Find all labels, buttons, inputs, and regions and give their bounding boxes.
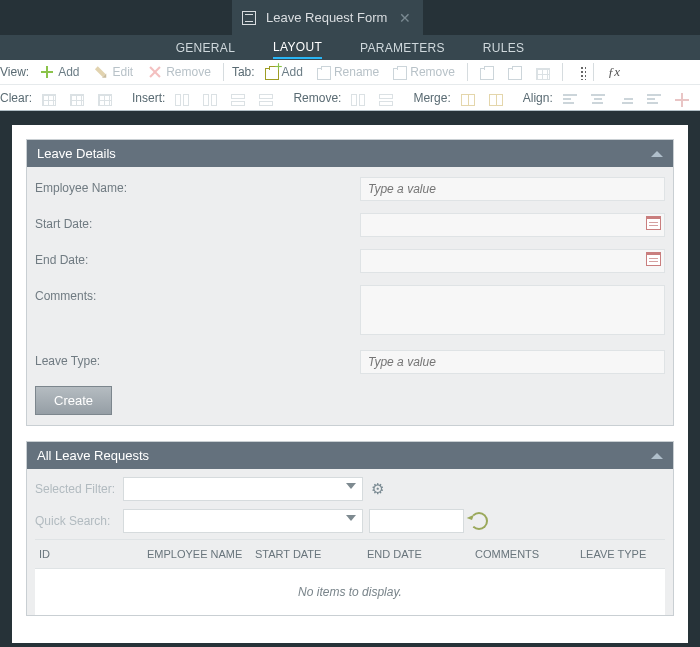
end-date-field[interactable] (360, 249, 665, 273)
chevron-up-icon (651, 453, 663, 459)
tab-icon (393, 68, 407, 80)
distribute-icon (675, 94, 689, 106)
chevron-down-icon (346, 515, 356, 521)
toolbar-row-2: Clear: Insert: Remove: Merge: Align: (0, 85, 700, 110)
align-left (559, 87, 581, 109)
align-justify (643, 87, 665, 109)
tab-general[interactable]: GENERAL (176, 37, 235, 59)
separator (467, 63, 468, 81)
separator (593, 63, 594, 81)
rows-icon (379, 94, 393, 106)
toolbar-row-1: View: Add Edit Remove Tab: Add Rename Re… (0, 60, 700, 85)
columns-icon (175, 94, 189, 106)
box-icon (508, 68, 522, 80)
quick-search-column-dropdown[interactable] (123, 509, 363, 533)
panel-header[interactable]: Leave Details (27, 140, 673, 167)
fx-icon: ƒx (606, 64, 622, 80)
toolbar-label-tab: Tab: (232, 65, 255, 79)
insert-col-right (199, 87, 221, 109)
rows-icon (231, 94, 245, 106)
calendar-icon[interactable] (646, 252, 661, 266)
employee-name-label: Employee Name: (35, 177, 360, 195)
toolbar-label-merge: Merge: (413, 91, 450, 105)
separator (562, 63, 563, 81)
grip-button[interactable] (571, 61, 585, 83)
merge-icon (461, 94, 475, 106)
employee-name-field[interactable] (360, 177, 665, 201)
panel-header[interactable]: All Leave Requests (27, 442, 673, 469)
toolbar-label-clear: Clear: (0, 91, 32, 105)
align-right-icon (619, 94, 633, 106)
rows-icon (259, 94, 273, 106)
end-date-label: End Date: (35, 249, 360, 267)
columns-icon (351, 94, 365, 106)
panel-leave-details: Leave Details Employee Name: Start Date:… (26, 139, 674, 426)
col-start-date[interactable]: START DATE (251, 540, 363, 568)
align-left-icon (563, 94, 577, 106)
layout-tool-1 (476, 61, 498, 83)
remove-row (375, 87, 397, 109)
separator (223, 63, 224, 81)
toolbar-label-insert: Insert: (132, 91, 165, 105)
align-center-icon (591, 94, 605, 106)
start-date-label: Start Date: (35, 213, 360, 231)
form-canvas: Leave Details Employee Name: Start Date:… (12, 125, 688, 643)
unmerge-cells (485, 87, 507, 109)
close-icon[interactable]: ✕ (397, 10, 413, 26)
quick-search-input[interactable] (369, 509, 464, 533)
panel-body: Selected Filter: ⚙ Quick Search: ID EMPL… (27, 469, 673, 615)
insert-row-below (255, 87, 277, 109)
tab-add-button[interactable]: Add (261, 61, 307, 83)
remove-col (347, 87, 369, 109)
tab-rules[interactable]: RULES (483, 37, 525, 59)
create-button[interactable]: Create (35, 386, 112, 415)
pencil-icon (90, 61, 113, 84)
grid-empty-message: No items to display. (35, 569, 665, 615)
toolbar: View: Add Edit Remove Tab: Add Rename Re… (0, 60, 700, 111)
dist-h (671, 87, 693, 109)
plus-icon (274, 62, 283, 71)
toolbar-label-view: View: (0, 65, 29, 79)
align-justify-icon (647, 94, 661, 106)
calendar-icon[interactable] (646, 216, 661, 230)
tab-layout[interactable]: LAYOUT (273, 36, 322, 59)
start-date-field[interactable] (360, 213, 665, 237)
view-remove-button: Remove (143, 61, 215, 83)
toolbar-label-align: Align: (523, 91, 553, 105)
selected-filter-dropdown[interactable] (123, 477, 363, 501)
clear-2 (66, 87, 88, 109)
grid-header: ID EMPLOYEE NAME START DATE END DATE COM… (35, 539, 665, 569)
tab-icon (317, 68, 331, 80)
clear-1 (38, 87, 60, 109)
plus-icon (39, 64, 55, 80)
view-add-button[interactable]: Add (35, 61, 83, 83)
quick-search-label: Quick Search: (35, 514, 117, 528)
form-icon (242, 11, 256, 25)
col-employee-name[interactable]: EMPLOYEE NAME (143, 540, 251, 568)
layout-tool-3 (532, 61, 554, 83)
chevron-up-icon (651, 151, 663, 157)
col-leave-type[interactable]: LEAVE TYPE (576, 540, 665, 568)
col-comments[interactable]: COMMENTS (471, 540, 576, 568)
merge-cells (457, 87, 479, 109)
grid-icon (536, 68, 550, 80)
insert-col-left (171, 87, 193, 109)
clear-3 (94, 87, 116, 109)
document-tab[interactable]: Leave Request Form ✕ (232, 0, 423, 35)
gear-icon[interactable]: ⚙ (369, 481, 385, 497)
panel-title: All Leave Requests (37, 448, 149, 463)
comments-field[interactable] (360, 285, 665, 335)
leave-type-field[interactable] (360, 350, 665, 374)
comments-label: Comments: (35, 285, 360, 303)
refresh-icon[interactable] (470, 512, 488, 530)
col-end-date[interactable]: END DATE (363, 540, 471, 568)
tab-parameters[interactable]: PARAMETERS (360, 37, 445, 59)
box-icon (480, 68, 494, 80)
grid-icon (70, 94, 84, 106)
fx-button[interactable]: ƒx (602, 61, 626, 83)
design-stage: Leave Details Employee Name: Start Date:… (0, 111, 700, 647)
insert-row-above (227, 87, 249, 109)
panel-body: Employee Name: Start Date: End Date: Com… (27, 167, 673, 425)
panel-title: Leave Details (37, 146, 116, 161)
col-id[interactable]: ID (35, 540, 143, 568)
